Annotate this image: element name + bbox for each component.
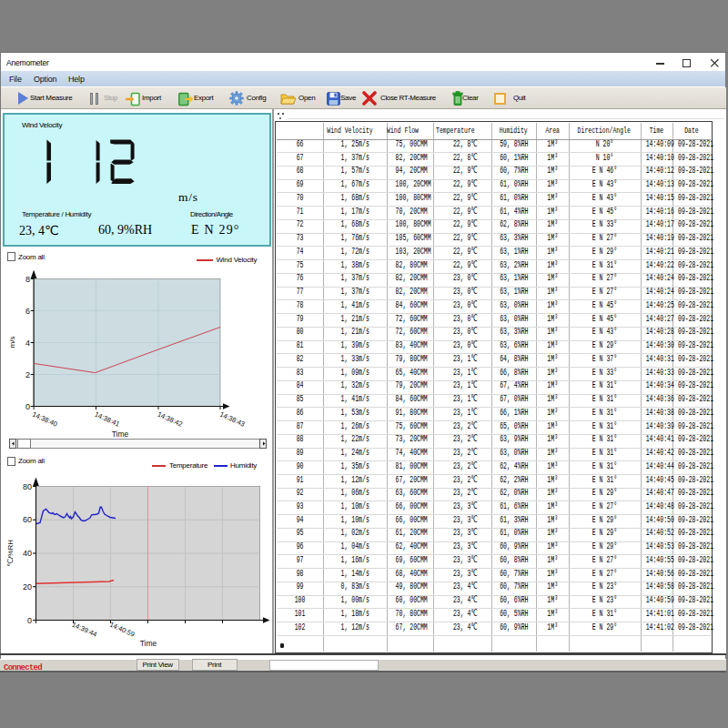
svg-text:8: 8 [25,275,30,284]
svg-text:14:38:43: 14:38:43 [218,410,246,429]
svg-text:40: 40 [23,549,32,558]
svg-text:℃/%RH: ℃/%RH [6,540,15,567]
svg-text:6: 6 [25,307,30,316]
svg-text:4: 4 [25,339,30,348]
svg-text:20: 20 [23,582,32,592]
svg-text:2: 2 [25,370,30,379]
svg-text:14:39:44: 14:39:44 [71,621,98,639]
svg-text:14:40:59: 14:40:59 [108,621,136,639]
svg-text:Time: Time [112,430,129,439]
svg-text:14:38:41: 14:38:41 [94,410,121,429]
svg-text:0: 0 [25,402,30,411]
svg-text:60: 60 [23,515,32,524]
svg-text:14:38:40: 14:38:40 [31,410,58,429]
svg-text:Time: Time [140,639,157,648]
svg-text:0: 0 [27,616,32,625]
svg-text:80: 80 [23,482,32,491]
svg-text:14:38:42: 14:38:42 [157,410,184,429]
svg-text:m/s: m/s [8,337,16,349]
